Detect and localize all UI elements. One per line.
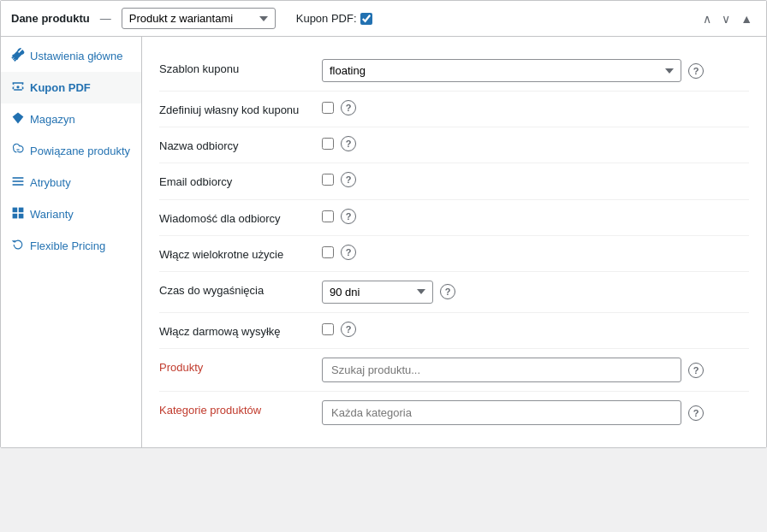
field-control-wlasny-kod: ? xyxy=(322,100,749,115)
field-label-darmowa-wysylka: Włącz darmową wysyłkę xyxy=(159,322,322,340)
help-icon-wlasny-kod[interactable]: ? xyxy=(341,100,356,115)
svg-point-0 xyxy=(16,86,19,88)
field-control-czas: 30 dni 60 dni 90 dni 180 dni 1 rok ? xyxy=(322,281,749,304)
field-control-email-odbiorcy: ? xyxy=(322,172,749,187)
sidebar-item-atrybuty[interactable]: Atrybuty xyxy=(1,167,141,198)
field-row-kategorie: Kategorie produktów ? xyxy=(159,392,749,434)
sidebar-item-warianty[interactable]: Warianty xyxy=(1,198,141,230)
sidebar-item-kupon[interactable]: Kupon PDF xyxy=(1,72,141,103)
field-row-wiadomosc: Wiadomość dla odbiorcy ? xyxy=(159,200,749,236)
sidebar-item-magazyn[interactable]: Magazyn xyxy=(1,103,141,135)
arrow-up-button[interactable]: ∧ xyxy=(699,10,715,27)
field-row-darmowa-wysylka: Włącz darmową wysyłkę ? xyxy=(159,313,749,349)
sidebar-label-atrybuty: Atrybuty xyxy=(30,176,71,189)
wiadomosc-checkbox[interactable] xyxy=(322,210,334,222)
arrow-triangle-button[interactable]: ▲ xyxy=(737,10,756,27)
sidebar-label-magazyn: Magazyn xyxy=(30,113,75,126)
help-icon-kategorie[interactable]: ? xyxy=(688,405,704,421)
sidebar-label-pricing: Flexible Pricing xyxy=(30,239,105,252)
ticket-icon xyxy=(11,80,25,96)
product-type-select[interactable]: Produkt z wariantami Produkt prosty Prod… xyxy=(122,8,276,29)
szablon-select[interactable]: floating classic modern xyxy=(322,59,681,82)
field-control-darmowa-wysylka: ? xyxy=(322,322,749,337)
panel-separator: — xyxy=(100,12,111,25)
product-panel: Dane produktu — Produkt z wariantami Pro… xyxy=(0,0,767,448)
help-icon-darmowa-wysylka[interactable]: ? xyxy=(341,322,356,337)
field-label-wielokrotne: Włącz wielokrotne użycie xyxy=(159,245,322,263)
field-label-wiadomosc: Wiadomość dla odbiorcy xyxy=(159,209,322,227)
sidebar-item-ustawienia[interactable]: Ustawienia główne xyxy=(1,40,141,72)
field-control-produkty: ? xyxy=(322,358,749,382)
help-icon-wielokrotne[interactable]: ? xyxy=(341,245,356,260)
grid-icon xyxy=(11,206,25,222)
produkty-search-input[interactable] xyxy=(322,358,681,382)
panel-body: Ustawienia główne Kupon PDF Magazyn Powi… xyxy=(1,37,766,447)
field-control-wielokrotne: ? xyxy=(322,245,749,260)
link-icon xyxy=(11,143,25,159)
email-odbiorcy-checkbox[interactable] xyxy=(322,174,334,186)
field-control-szablon: floating classic modern ? xyxy=(322,59,749,82)
field-row-nazwa-odbiorcy: Nazwa odbiorcy ? xyxy=(159,127,749,163)
content-area: Szablon kuponu floating classic modern ?… xyxy=(142,37,766,447)
svg-rect-3 xyxy=(13,184,24,186)
field-label-wlasny-kod: Zdefiniuj własny kod kuponu xyxy=(159,100,322,118)
field-row-email-odbiorcy: Email odbiorcy ? xyxy=(159,163,749,199)
nazwa-odbiorcy-checkbox[interactable] xyxy=(322,138,334,150)
sidebar-label-powiazane: Powiązane produkty xyxy=(30,145,130,157)
field-control-nazwa-odbiorcy: ? xyxy=(322,136,749,151)
field-label-nazwa-odbiorcy: Nazwa odbiorcy xyxy=(159,136,322,154)
kategorie-input[interactable] xyxy=(322,400,681,425)
field-label-email-odbiorcy: Email odbiorcy xyxy=(159,172,322,190)
diamond-icon xyxy=(11,111,25,127)
field-row-wielokrotne: Włącz wielokrotne użycie ? xyxy=(159,236,749,272)
svg-rect-1 xyxy=(13,177,24,179)
help-icon-czas[interactable]: ? xyxy=(440,284,455,299)
help-icon-szablon[interactable]: ? xyxy=(688,63,704,79)
svg-rect-4 xyxy=(13,208,18,213)
help-icon-email-odbiorcy[interactable]: ? xyxy=(341,172,356,187)
wrench-icon xyxy=(11,48,25,64)
kupon-pdf-label: Kupon PDF: xyxy=(296,12,372,25)
field-label-kategorie: Kategorie produktów xyxy=(159,400,322,418)
field-label-czas: Czas do wygaśnięcia xyxy=(159,281,322,299)
field-row-czas: Czas do wygaśnięcia 30 dni 60 dni 90 dni… xyxy=(159,272,749,313)
help-icon-produkty[interactable]: ? xyxy=(688,363,704,378)
panel-title: Dane produktu xyxy=(11,12,90,25)
wielokrotne-checkbox[interactable] xyxy=(322,246,334,258)
field-label-produkty: Produkty xyxy=(159,358,322,375)
field-control-kategorie: ? xyxy=(322,400,749,425)
list-icon xyxy=(11,174,25,191)
sidebar: Ustawienia główne Kupon PDF Magazyn Powi… xyxy=(1,37,142,447)
svg-rect-6 xyxy=(13,214,18,219)
czas-select[interactable]: 30 dni 60 dni 90 dni 180 dni 1 rok xyxy=(322,281,433,304)
kupon-pdf-checkbox[interactable] xyxy=(360,13,372,25)
wlasny-kod-checkbox[interactable] xyxy=(322,102,334,114)
sidebar-label-ustawienia: Ustawienia główne xyxy=(30,50,122,62)
field-label-szablon: Szablon kuponu xyxy=(159,59,322,77)
help-icon-wiadomosc[interactable]: ? xyxy=(341,209,356,224)
svg-rect-7 xyxy=(19,214,24,219)
field-row-szablon: Szablon kuponu floating classic modern ? xyxy=(159,50,749,92)
sidebar-item-pricing[interactable]: Flexible Pricing xyxy=(1,230,141,262)
field-row-produkty: Produkty ? xyxy=(159,349,749,392)
arrow-down-button[interactable]: ∨ xyxy=(718,10,734,27)
panel-header: Dane produktu — Produkt z wariantami Pro… xyxy=(1,1,766,37)
field-row-wlasny-kod: Zdefiniuj własny kod kuponu ? xyxy=(159,92,749,127)
help-icon-nazwa-odbiorcy[interactable]: ? xyxy=(341,136,356,151)
refresh-icon xyxy=(11,238,25,254)
field-control-wiadomosc: ? xyxy=(322,209,749,224)
sidebar-label-warianty: Warianty xyxy=(30,208,74,221)
panel-arrows: ∧ ∨ ▲ xyxy=(699,10,756,27)
svg-rect-5 xyxy=(19,208,24,213)
sidebar-item-powiazane[interactable]: Powiązane produkty xyxy=(1,135,141,167)
svg-rect-2 xyxy=(13,180,24,182)
darmowa-wysylka-checkbox[interactable] xyxy=(322,323,334,335)
sidebar-label-kupon: Kupon PDF xyxy=(30,81,91,94)
